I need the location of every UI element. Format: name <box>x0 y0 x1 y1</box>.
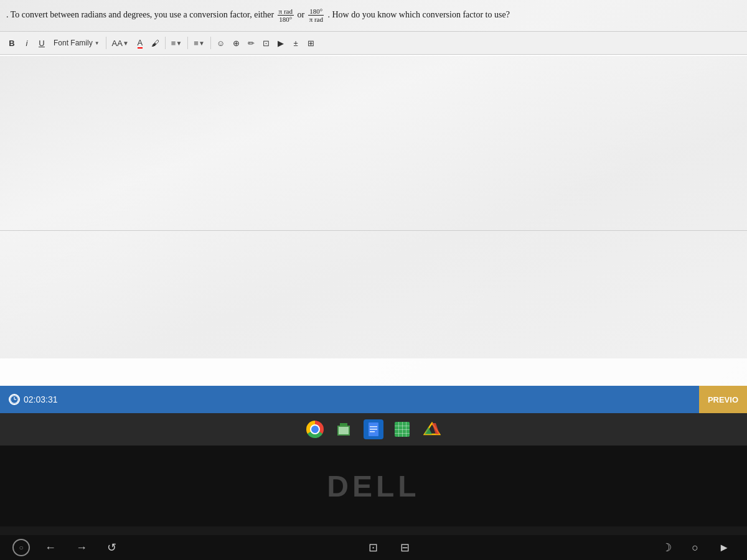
grid-button[interactable]: ⊞ <box>304 35 317 51</box>
timer-display: 02:03:31 <box>24 394 58 404</box>
bold-button[interactable]: B <box>5 35 19 51</box>
circle-icon: ○ <box>19 543 23 552</box>
svg-rect-5 <box>370 429 377 430</box>
svg-rect-11 <box>395 426 410 426</box>
search-button[interactable]: ○ <box>687 539 703 557</box>
taskbar-chrome-icon[interactable] <box>304 418 326 441</box>
volume-icon: ► <box>718 541 730 554</box>
overview-icon: ⊡ <box>369 541 378 554</box>
fraction2-denominator: π rad <box>308 16 324 23</box>
image-icon: ⊡ <box>263 39 270 48</box>
play-button[interactable]: ▶ <box>274 35 288 51</box>
timer: 02:03:31 <box>9 394 58 405</box>
image-button[interactable]: ⊡ <box>259 35 273 51</box>
font-family-arrow: ▼ <box>95 40 100 46</box>
link-icon: ⊕ <box>233 39 240 48</box>
nav-right: ☽ ○ ► <box>657 538 735 557</box>
svg-marker-15 <box>432 423 439 434</box>
overview-button[interactable]: ⊡ <box>364 538 383 557</box>
edit-icon: ✏ <box>248 39 255 48</box>
svg-rect-4 <box>370 426 377 427</box>
nav-bar: ○ ← → ↺ ⊡ ⊟ ☽ ○ ► <box>0 535 747 560</box>
timer-icon <box>9 394 20 405</box>
search-icon: ○ <box>692 541 698 554</box>
font-family-dropdown[interactable]: Font Family ▼ <box>50 35 103 51</box>
separator-3 <box>187 37 188 49</box>
fraction1-numerator: π rad <box>278 7 294 16</box>
brightness-down-icon: ☽ <box>662 541 672 554</box>
underline-button[interactable]: U <box>35 35 49 51</box>
taskbar-drive-icon[interactable] <box>421 418 443 441</box>
font-color-button[interactable]: A <box>133 35 147 51</box>
refresh-button[interactable]: ↺ <box>102 538 121 557</box>
link-button[interactable]: ⊕ <box>229 35 243 51</box>
docs-svg <box>367 422 380 437</box>
font-color-label: A <box>138 38 143 49</box>
windows-button[interactable]: ⊟ <box>395 538 415 557</box>
question-text: . To convert between radians and degrees… <box>6 7 741 23</box>
align-icon: ≡ <box>171 39 176 48</box>
taskbar-sheets-icon[interactable] <box>391 418 413 441</box>
windows-icon: ⊟ <box>400 541 410 554</box>
writing-area[interactable] <box>0 55 747 386</box>
separator-2 <box>165 37 166 49</box>
emoji-icon: ☺ <box>217 39 225 48</box>
toolbar: B i U Font Family ▼ AA ▼ A 🖌 ≡ <box>0 31 747 55</box>
editor-area: . To convert between radians and degrees… <box>0 0 747 386</box>
previous-button[interactable]: PREVIO <box>699 386 747 413</box>
taskbar-docs-icon[interactable] <box>364 419 383 439</box>
font-family-label: Font Family <box>54 39 93 47</box>
nav-left: ○ ← → ↺ <box>12 538 121 557</box>
clock-svg <box>10 394 19 405</box>
fraction2-numerator: 180° <box>308 7 324 16</box>
paint-icon: 🖌 <box>151 39 159 48</box>
fraction2: 180° π rad <box>308 7 324 23</box>
list-icon: ≡ <box>194 39 199 48</box>
font-size-button[interactable]: AA ▼ <box>109 35 132 51</box>
circle-nav-button[interactable]: ○ <box>12 539 30 556</box>
dell-logo: DELL <box>327 469 420 503</box>
paint-button[interactable]: 🖌 <box>148 35 162 51</box>
question-text-after: . How do you know which conversion facto… <box>327 10 509 19</box>
italic-button[interactable]: i <box>20 35 34 51</box>
question-text-before: . To convert between radians and degrees… <box>6 10 274 19</box>
question-or: or <box>297 10 304 19</box>
back-icon: ← <box>45 541 56 554</box>
taskbar-files-icon[interactable] <box>334 418 356 441</box>
back-button[interactable]: ← <box>40 539 61 557</box>
list-button[interactable]: ≡ ▼ <box>190 35 208 51</box>
nav-center: ⊡ ⊟ <box>364 538 415 557</box>
files-svg <box>336 421 354 438</box>
editor-divider <box>0 230 747 231</box>
svg-rect-13 <box>395 433 410 434</box>
grid-icon: ⊞ <box>308 39 314 48</box>
underline-label: U <box>39 39 44 48</box>
forward-button[interactable]: → <box>71 539 92 557</box>
volume-button[interactable]: ► <box>713 539 735 557</box>
svg-rect-12 <box>395 429 410 430</box>
refresh-icon: ↺ <box>107 541 116 554</box>
svg-marker-16 <box>425 427 432 434</box>
emoji-button[interactable]: ☺ <box>214 35 228 51</box>
play-icon: ▶ <box>278 39 284 48</box>
drive-svg <box>423 421 441 438</box>
plus-minus-button[interactable]: ± <box>289 35 303 51</box>
toolbar-left: B i U Font Family ▼ AA ▼ A 🖌 ≡ <box>5 35 317 51</box>
edit-button[interactable]: ✏ <box>244 35 258 51</box>
fraction1: π rad 180° <box>278 7 294 23</box>
taskbar <box>0 413 747 446</box>
chrome-icon <box>306 421 324 438</box>
separator-4 <box>210 37 211 49</box>
font-size-arrow: ▼ <box>123 40 129 47</box>
plus-minus-icon: ± <box>294 39 298 48</box>
bottom-bar: 02:03:31 PREVIO <box>0 386 747 413</box>
font-size-label: AA <box>112 39 123 48</box>
brightness-down-button[interactable]: ☽ <box>657 538 677 557</box>
align-dropdown-button[interactable]: ≡ ▼ <box>168 35 186 51</box>
svg-rect-6 <box>370 431 375 432</box>
fraction1-denominator: 180° <box>278 16 293 23</box>
align-arrow: ▼ <box>176 40 182 47</box>
sheets-svg <box>393 421 411 438</box>
list-arrow: ▼ <box>199 40 205 47</box>
separator-1 <box>106 37 106 49</box>
